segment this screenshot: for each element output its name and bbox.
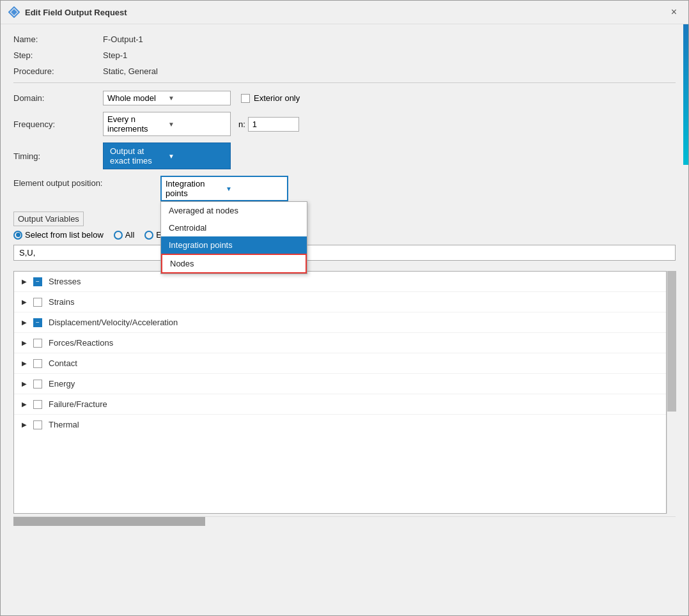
step-label: Step: — [13, 50, 103, 60]
all-radio[interactable]: All — [114, 230, 134, 240]
list-item-stresses: ▶ − Stresses — [14, 272, 666, 292]
list-content: ▶ − Stresses ▶ Strains ▶ − Displacement/… — [13, 271, 667, 514]
horizontal-scrollbar[interactable] — [13, 516, 676, 525]
forces-expand-arrow[interactable]: ▶ — [22, 339, 27, 346]
list-container: ▶ − Stresses ▶ Strains ▶ − Displacement/… — [13, 271, 676, 514]
stresses-label: Stresses — [49, 277, 81, 286]
element-output-select[interactable]: Integration points ▼ — [160, 176, 288, 201]
frequency-row: Frequency: Every n increments ▼ n: — [13, 112, 676, 136]
frequency-select[interactable]: Every n increments ▼ — [103, 112, 231, 136]
domain-dropdown-arrow: ▼ — [168, 95, 226, 102]
element-output-value: Integration points — [166, 179, 223, 198]
select-from-list-radio-circle — [13, 231, 22, 240]
timing-row: Timing: Output at exact times ▼ — [13, 142, 676, 169]
select-from-list-label: Select from list below — [25, 230, 104, 240]
frequency-dropdown-arrow: ▼ — [168, 121, 226, 128]
strains-checkbox[interactable] — [33, 298, 42, 307]
list-item-thermal: ▶ Thermal — [14, 415, 666, 435]
name-label: Name: — [13, 35, 103, 44]
close-button[interactable]: × — [667, 6, 681, 19]
procedure-value: Static, General — [103, 66, 158, 76]
list-area: ▶ − Stresses ▶ Strains ▶ − Displacement/… — [13, 271, 667, 514]
thermal-expand-arrow[interactable]: ▶ — [22, 421, 27, 428]
forces-checkbox[interactable] — [33, 339, 42, 348]
output-variables-label: Output Variables — [13, 212, 84, 226]
contact-label: Contact — [49, 358, 77, 368]
thermal-label: Thermal — [49, 420, 79, 429]
all-label: All — [125, 230, 134, 240]
element-output-label: Element output position: — [13, 176, 160, 188]
frequency-label: Frequency: — [13, 119, 103, 129]
vertical-scrollbar[interactable] — [667, 271, 676, 514]
scrollbar-thumb[interactable] — [667, 271, 676, 412]
displacement-label: Displacement/Velocity/Acceleration — [49, 318, 178, 327]
frequency-select-value: Every n increments — [107, 114, 166, 134]
exterior-only-label: Exterior only — [254, 93, 300, 103]
dropdown-option-centroidal[interactable]: Centroidal — [161, 219, 307, 236]
timing-select[interactable]: Output at exact times ▼ — [103, 142, 231, 169]
step-row: Step: Step-1 — [13, 50, 676, 60]
step-value: Step-1 — [103, 50, 127, 60]
dialog-body: Name: F-Output-1 Step: Step-1 Procedure:… — [1, 24, 688, 615]
dropdown-option-nodes[interactable]: Nodes — [161, 254, 307, 273]
name-row: Name: F-Output-1 — [13, 35, 676, 44]
domain-select-value: Whole model — [107, 93, 166, 103]
contact-expand-arrow[interactable]: ▶ — [22, 360, 27, 367]
domain-row: Domain: Whole model ▼ Exterior only — [13, 91, 676, 105]
list-item-energy: ▶ Energy — [14, 374, 666, 394]
list-item-failure: ▶ Failure/Fracture — [14, 394, 666, 415]
list-item-displacement: ▶ − Displacement/Velocity/Acceleration — [14, 312, 666, 333]
forces-label: Forces/Reactions — [49, 338, 113, 348]
radio-row: Select from list below All Edit variable… — [13, 230, 676, 240]
element-dropdown-arrow: ▼ — [226, 185, 283, 192]
output-variables-section: Output Variables Select from list below … — [13, 212, 676, 266]
procedure-label: Procedure: — [13, 66, 103, 76]
select-from-list-radio[interactable]: Select from list below — [13, 230, 104, 240]
stresses-expand-arrow[interactable]: ▶ — [22, 278, 27, 285]
dropdown-option-averaged[interactable]: Averaged at nodes — [161, 202, 307, 219]
select-from-list-radio-dot — [16, 233, 20, 237]
list-item-strains: ▶ Strains — [14, 292, 666, 312]
title-bar: Edit Field Output Request × — [1, 1, 688, 24]
all-radio-circle — [114, 231, 123, 240]
exterior-only-row: Exterior only — [241, 93, 300, 103]
dialog-icon — [8, 6, 20, 18]
displacement-expand-arrow[interactable]: ▶ — [22, 319, 27, 326]
timing-label: Timing: — [13, 151, 103, 161]
dialog: Edit Field Output Request × Name: F-Outp… — [0, 0, 689, 616]
element-output-row: Element output position: Integration poi… — [13, 176, 676, 201]
dropdown-option-integration[interactable]: Integration points — [161, 236, 307, 254]
strains-label: Strains — [49, 297, 74, 307]
edit-variables-radio-circle — [144, 231, 153, 240]
element-output-dropdown-container: Integration points ▼ Averaged at nodes C… — [160, 176, 288, 201]
contact-checkbox[interactable] — [33, 359, 42, 368]
n-input[interactable] — [248, 117, 299, 132]
dialog-title: Edit Field Output Request — [25, 8, 127, 17]
displacement-checkbox[interactable]: − — [33, 318, 42, 327]
horizontal-scrollbar-thumb[interactable] — [13, 517, 205, 526]
thermal-checkbox[interactable] — [33, 420, 42, 429]
energy-checkbox[interactable] — [33, 380, 42, 389]
list-item-forces: ▶ Forces/Reactions — [14, 333, 666, 353]
n-label: n: — [238, 119, 245, 129]
domain-select[interactable]: Whole model ▼ — [103, 91, 231, 105]
energy-expand-arrow[interactable]: ▶ — [22, 380, 27, 387]
strains-expand-arrow[interactable]: ▶ — [22, 298, 27, 305]
element-output-dropdown-menu: Averaged at nodes Centroidal Integration… — [160, 201, 307, 274]
failure-expand-arrow[interactable]: ▶ — [22, 401, 27, 408]
failure-label: Failure/Fracture — [49, 399, 107, 409]
energy-label: Energy — [49, 379, 75, 389]
exterior-only-checkbox[interactable] — [241, 94, 250, 103]
failure-checkbox[interactable] — [33, 400, 42, 409]
name-value: F-Output-1 — [103, 35, 143, 44]
variables-input[interactable] — [13, 245, 676, 261]
domain-label: Domain: — [13, 93, 103, 103]
timing-select-value: Output at exact times — [110, 146, 166, 166]
stresses-checkbox[interactable]: − — [33, 277, 42, 286]
timing-dropdown-arrow: ▼ — [168, 153, 224, 160]
accent-bar — [683, 24, 688, 165]
list-item-contact: ▶ Contact — [14, 353, 666, 374]
procedure-row: Procedure: Static, General — [13, 66, 676, 76]
